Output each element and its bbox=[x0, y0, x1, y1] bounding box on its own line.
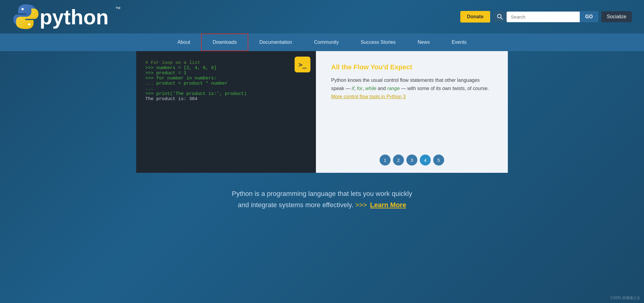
keyword-for: for bbox=[357, 86, 363, 91]
code-output: The product is: 384 bbox=[145, 96, 307, 102]
header: python ™ Donate GO Socialize bbox=[0, 0, 644, 33]
nav-item-community[interactable]: Community bbox=[303, 33, 350, 51]
nav-item-news[interactable]: News bbox=[407, 33, 441, 51]
code-comment: # For loop on a list bbox=[145, 60, 307, 65]
donate-button[interactable]: Donate bbox=[460, 11, 490, 23]
right-panel: All the Flow You'd Expect Python knows t… bbox=[316, 51, 508, 173]
python-text-logo: python ™ bbox=[40, 5, 125, 29]
svg-point-0 bbox=[22, 8, 24, 10]
watermark: CSDN @微微之众 bbox=[610, 295, 640, 301]
nav-bar: About Downloads Documentation Community … bbox=[0, 33, 644, 51]
feature-text-2: and bbox=[377, 86, 387, 91]
arrows-icon: >>> bbox=[355, 201, 367, 209]
control-flow-link[interactable]: More control flow tools in Python 3 bbox=[331, 94, 406, 99]
code-line2: >>> product = 1 bbox=[145, 71, 307, 76]
python-logo bbox=[12, 3, 40, 30]
code-line5: ... bbox=[145, 86, 307, 91]
page-btn-3[interactable]: 3 bbox=[406, 155, 417, 165]
page-btn-2[interactable]: 2 bbox=[393, 155, 404, 165]
main-content: >_ # For loop on a list >>> numbers = [2… bbox=[124, 51, 520, 173]
feature-text: Python knows the usual control flow stat… bbox=[331, 76, 493, 101]
bottom-banner: Python is a programming language that le… bbox=[0, 173, 644, 220]
nav-item-about[interactable]: About bbox=[166, 33, 201, 51]
bottom-text-line1: Python is a programming language that le… bbox=[12, 188, 632, 199]
keyword-if: if bbox=[352, 86, 354, 91]
sep2: , bbox=[363, 86, 365, 91]
nav-item-downloads[interactable]: Downloads bbox=[201, 33, 248, 51]
search-icon bbox=[497, 14, 503, 20]
terminal-icon: >_ bbox=[295, 57, 310, 72]
page-btn-1[interactable]: 1 bbox=[380, 155, 391, 165]
svg-text:python: python bbox=[40, 5, 109, 29]
page-btn-4[interactable]: 4 bbox=[420, 155, 431, 165]
pagination: 1 2 3 4 5 bbox=[380, 155, 444, 165]
nav-item-documentation[interactable]: Documentation bbox=[248, 33, 303, 51]
svg-point-1 bbox=[28, 23, 30, 26]
socialize-button[interactable]: Socialize bbox=[601, 11, 632, 22]
logo-area: python ™ bbox=[12, 3, 460, 30]
keyword-range: range bbox=[387, 86, 400, 91]
learn-more-link[interactable]: Learn More bbox=[370, 201, 406, 209]
keyword-while: while bbox=[365, 86, 376, 91]
code-line4: ... product = product * number bbox=[145, 81, 307, 86]
feature-title: All the Flow You'd Expect bbox=[331, 63, 493, 71]
nav-item-success-stories[interactable]: Success Stories bbox=[350, 33, 407, 51]
search-input[interactable] bbox=[507, 12, 580, 22]
go-button[interactable]: GO bbox=[580, 11, 598, 22]
bottom-text-line2: and integrate systems more effectively. … bbox=[12, 199, 632, 211]
code-line1: >>> numbers = [2, 4, 6, 8] bbox=[145, 65, 307, 71]
svg-line-5 bbox=[501, 18, 503, 19]
code-panel: >_ # For loop on a list >>> numbers = [2… bbox=[136, 51, 316, 173]
nav-item-events[interactable]: Events bbox=[441, 33, 478, 51]
search-icon-button[interactable] bbox=[493, 11, 507, 22]
code-line3: >>> for number in numbers: bbox=[145, 76, 307, 81]
page-btn-5[interactable]: 5 bbox=[433, 155, 444, 165]
svg-text:™: ™ bbox=[115, 6, 121, 12]
feature-text-3: — with some of its own twists, of course… bbox=[400, 86, 489, 91]
svg-point-4 bbox=[497, 14, 501, 18]
code-line6: >>> print('The product is:', product) bbox=[145, 91, 307, 96]
header-right: Donate GO Socialize bbox=[460, 11, 632, 23]
search-bar: GO bbox=[493, 11, 598, 22]
